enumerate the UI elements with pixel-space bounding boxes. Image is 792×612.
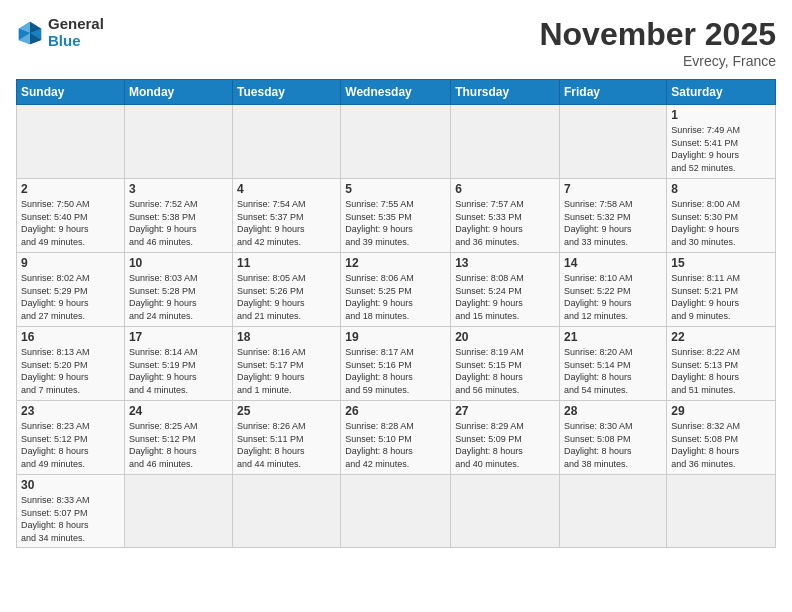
day-info: Sunrise: 8:33 AM Sunset: 5:07 PM Dayligh… [21, 494, 120, 544]
day-number: 10 [129, 256, 228, 270]
header-saturday: Saturday [667, 80, 776, 105]
day-number: 23 [21, 404, 120, 418]
calendar-cell: 28Sunrise: 8:30 AM Sunset: 5:08 PM Dayli… [560, 401, 667, 475]
month-title: November 2025 [539, 16, 776, 53]
day-info: Sunrise: 8:06 AM Sunset: 5:25 PM Dayligh… [345, 272, 446, 322]
day-info: Sunrise: 8:08 AM Sunset: 5:24 PM Dayligh… [455, 272, 555, 322]
calendar-cell: 24Sunrise: 8:25 AM Sunset: 5:12 PM Dayli… [124, 401, 232, 475]
calendar-row-6: 30Sunrise: 8:33 AM Sunset: 5:07 PM Dayli… [17, 475, 776, 548]
day-info: Sunrise: 8:14 AM Sunset: 5:19 PM Dayligh… [129, 346, 228, 396]
calendar-cell: 2Sunrise: 7:50 AM Sunset: 5:40 PM Daylig… [17, 179, 125, 253]
calendar-cell [233, 475, 341, 548]
weekday-header-row: Sunday Monday Tuesday Wednesday Thursday… [17, 80, 776, 105]
calendar-cell: 13Sunrise: 8:08 AM Sunset: 5:24 PM Dayli… [451, 253, 560, 327]
calendar-row-1: 1Sunrise: 7:49 AM Sunset: 5:41 PM Daylig… [17, 105, 776, 179]
calendar-cell [560, 105, 667, 179]
header-tuesday: Tuesday [233, 80, 341, 105]
day-number: 8 [671, 182, 771, 196]
calendar-cell: 9Sunrise: 8:02 AM Sunset: 5:29 PM Daylig… [17, 253, 125, 327]
calendar-cell: 16Sunrise: 8:13 AM Sunset: 5:20 PM Dayli… [17, 327, 125, 401]
calendar-row-4: 16Sunrise: 8:13 AM Sunset: 5:20 PM Dayli… [17, 327, 776, 401]
day-number: 2 [21, 182, 120, 196]
header-friday: Friday [560, 80, 667, 105]
day-number: 4 [237, 182, 336, 196]
calendar-cell [341, 105, 451, 179]
day-number: 24 [129, 404, 228, 418]
calendar-cell: 5Sunrise: 7:55 AM Sunset: 5:35 PM Daylig… [341, 179, 451, 253]
day-info: Sunrise: 8:00 AM Sunset: 5:30 PM Dayligh… [671, 198, 771, 248]
calendar-cell: 12Sunrise: 8:06 AM Sunset: 5:25 PM Dayli… [341, 253, 451, 327]
title-block: November 2025 Evrecy, France [539, 16, 776, 69]
calendar-cell: 25Sunrise: 8:26 AM Sunset: 5:11 PM Dayli… [233, 401, 341, 475]
day-number: 5 [345, 182, 446, 196]
calendar-cell [124, 105, 232, 179]
calendar-cell [341, 475, 451, 548]
calendar-row-3: 9Sunrise: 8:02 AM Sunset: 5:29 PM Daylig… [17, 253, 776, 327]
day-number: 14 [564, 256, 662, 270]
calendar-cell: 11Sunrise: 8:05 AM Sunset: 5:26 PM Dayli… [233, 253, 341, 327]
calendar-cell [17, 105, 125, 179]
calendar-cell [451, 475, 560, 548]
day-number: 11 [237, 256, 336, 270]
header-sunday: Sunday [17, 80, 125, 105]
day-info: Sunrise: 7:49 AM Sunset: 5:41 PM Dayligh… [671, 124, 771, 174]
day-info: Sunrise: 8:25 AM Sunset: 5:12 PM Dayligh… [129, 420, 228, 470]
calendar-cell: 21Sunrise: 8:20 AM Sunset: 5:14 PM Dayli… [560, 327, 667, 401]
calendar-cell [560, 475, 667, 548]
calendar-cell: 8Sunrise: 8:00 AM Sunset: 5:30 PM Daylig… [667, 179, 776, 253]
header: General Blue November 2025 Evrecy, Franc… [16, 16, 776, 69]
day-info: Sunrise: 8:26 AM Sunset: 5:11 PM Dayligh… [237, 420, 336, 470]
day-number: 18 [237, 330, 336, 344]
day-info: Sunrise: 8:30 AM Sunset: 5:08 PM Dayligh… [564, 420, 662, 470]
day-info: Sunrise: 8:19 AM Sunset: 5:15 PM Dayligh… [455, 346, 555, 396]
header-monday: Monday [124, 80, 232, 105]
calendar-cell: 10Sunrise: 8:03 AM Sunset: 5:28 PM Dayli… [124, 253, 232, 327]
day-number: 27 [455, 404, 555, 418]
calendar-cell: 17Sunrise: 8:14 AM Sunset: 5:19 PM Dayli… [124, 327, 232, 401]
day-number: 7 [564, 182, 662, 196]
day-info: Sunrise: 8:02 AM Sunset: 5:29 PM Dayligh… [21, 272, 120, 322]
day-number: 1 [671, 108, 771, 122]
day-info: Sunrise: 8:22 AM Sunset: 5:13 PM Dayligh… [671, 346, 771, 396]
calendar-cell: 19Sunrise: 8:17 AM Sunset: 5:16 PM Dayli… [341, 327, 451, 401]
calendar-cell: 23Sunrise: 8:23 AM Sunset: 5:12 PM Dayli… [17, 401, 125, 475]
day-number: 25 [237, 404, 336, 418]
day-number: 16 [21, 330, 120, 344]
logo-icon [16, 19, 44, 47]
calendar-cell: 20Sunrise: 8:19 AM Sunset: 5:15 PM Dayli… [451, 327, 560, 401]
day-number: 15 [671, 256, 771, 270]
header-thursday: Thursday [451, 80, 560, 105]
day-number: 12 [345, 256, 446, 270]
day-info: Sunrise: 7:57 AM Sunset: 5:33 PM Dayligh… [455, 198, 555, 248]
day-number: 9 [21, 256, 120, 270]
header-wednesday: Wednesday [341, 80, 451, 105]
day-number: 13 [455, 256, 555, 270]
day-info: Sunrise: 8:20 AM Sunset: 5:14 PM Dayligh… [564, 346, 662, 396]
day-number: 19 [345, 330, 446, 344]
day-info: Sunrise: 8:03 AM Sunset: 5:28 PM Dayligh… [129, 272, 228, 322]
day-number: 30 [21, 478, 120, 492]
day-info: Sunrise: 7:50 AM Sunset: 5:40 PM Dayligh… [21, 198, 120, 248]
day-info: Sunrise: 7:54 AM Sunset: 5:37 PM Dayligh… [237, 198, 336, 248]
day-number: 17 [129, 330, 228, 344]
day-info: Sunrise: 7:52 AM Sunset: 5:38 PM Dayligh… [129, 198, 228, 248]
calendar-cell: 26Sunrise: 8:28 AM Sunset: 5:10 PM Dayli… [341, 401, 451, 475]
day-info: Sunrise: 7:55 AM Sunset: 5:35 PM Dayligh… [345, 198, 446, 248]
calendar-cell: 27Sunrise: 8:29 AM Sunset: 5:09 PM Dayli… [451, 401, 560, 475]
day-number: 6 [455, 182, 555, 196]
calendar-row-5: 23Sunrise: 8:23 AM Sunset: 5:12 PM Dayli… [17, 401, 776, 475]
calendar-cell: 3Sunrise: 7:52 AM Sunset: 5:38 PM Daylig… [124, 179, 232, 253]
day-info: Sunrise: 8:11 AM Sunset: 5:21 PM Dayligh… [671, 272, 771, 322]
day-number: 28 [564, 404, 662, 418]
calendar-cell: 18Sunrise: 8:16 AM Sunset: 5:17 PM Dayli… [233, 327, 341, 401]
day-number: 22 [671, 330, 771, 344]
day-number: 20 [455, 330, 555, 344]
day-info: Sunrise: 8:10 AM Sunset: 5:22 PM Dayligh… [564, 272, 662, 322]
calendar-cell: 29Sunrise: 8:32 AM Sunset: 5:08 PM Dayli… [667, 401, 776, 475]
calendar-cell [667, 475, 776, 548]
day-info: Sunrise: 8:32 AM Sunset: 5:08 PM Dayligh… [671, 420, 771, 470]
page: General Blue November 2025 Evrecy, Franc… [0, 0, 792, 612]
day-info: Sunrise: 8:28 AM Sunset: 5:10 PM Dayligh… [345, 420, 446, 470]
calendar-cell [233, 105, 341, 179]
calendar-cell: 14Sunrise: 8:10 AM Sunset: 5:22 PM Dayli… [560, 253, 667, 327]
